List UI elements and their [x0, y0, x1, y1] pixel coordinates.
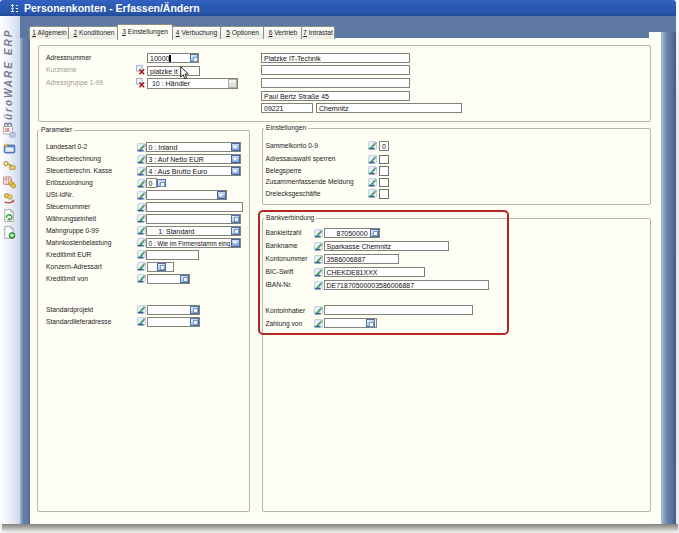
svg-text:10: 10	[4, 128, 10, 133]
